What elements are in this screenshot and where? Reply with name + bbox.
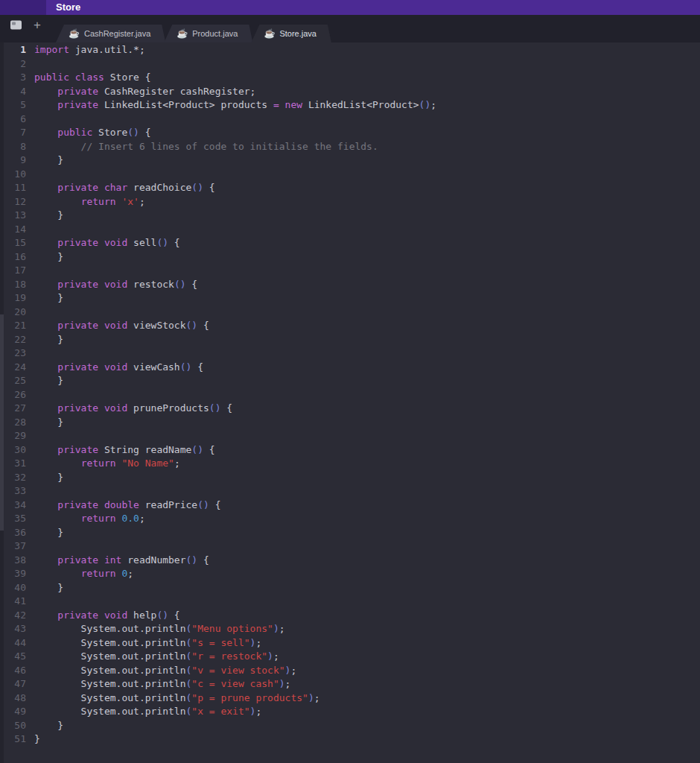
code-text: } [34, 374, 63, 388]
code-line[interactable]: 42 private void help() { [0, 609, 700, 623]
code-line[interactable]: 48 System.out.println("p = prune product… [0, 691, 700, 706]
window-icon[interactable] [10, 20, 22, 29]
code-line[interactable]: 33 [0, 484, 700, 498]
code-text: private char readChoice() { [34, 181, 215, 195]
code-line[interactable]: 20 [0, 305, 700, 320]
code-line[interactable]: 9 } [0, 153, 700, 168]
code-line[interactable]: 16 } [0, 250, 700, 265]
code-line[interactable]: 32 } [0, 471, 700, 485]
code-line[interactable]: 31 return "No Name"; [0, 457, 700, 471]
line-number: 22 [0, 333, 34, 347]
line-number: 33 [0, 484, 34, 498]
line-number: 37 [0, 539, 34, 554]
line-number: 1 [0, 43, 34, 57]
code-line[interactable]: 22 } [0, 333, 700, 347]
line-number: 6 [0, 113, 34, 127]
line-number: 24 [0, 361, 34, 375]
line-number: 21 [0, 319, 34, 333]
code-line[interactable]: 18 private void restock() { [0, 278, 700, 292]
code-line[interactable]: 10 [0, 168, 700, 182]
code-line[interactable]: 39 return 0; [0, 567, 700, 581]
code-line[interactable]: 29 [0, 429, 700, 443]
code-line[interactable]: 50 } [0, 719, 700, 733]
code-line[interactable]: 43 System.out.println("Menu options"); [0, 622, 700, 636]
line-number: 19 [0, 291, 34, 305]
code-line[interactable]: 40 } [0, 581, 700, 595]
code-text: } [34, 291, 63, 305]
code-line[interactable]: 35 return 0.0; [0, 512, 700, 526]
line-number: 13 [0, 209, 34, 223]
code-line[interactable]: 44 System.out.println("s = sell"); [0, 636, 700, 650]
code-line[interactable]: 15 private void sell() { [0, 236, 700, 250]
line-number: 14 [0, 223, 34, 237]
code-text: private int readNumber() { [34, 554, 209, 568]
tab-cashregister-java[interactable]: ☕ CashRegister.java [56, 25, 165, 42]
title-bar: Store [0, 0, 700, 15]
code-line[interactable]: 2 [0, 57, 700, 72]
code-line[interactable]: 8 // Insert 6 lines of code to initialis… [0, 140, 700, 154]
line-number: 44 [0, 636, 34, 650]
code-text: System.out.println("v = view stock"); [34, 664, 296, 678]
code-line[interactable]: 30 private String readName() { [0, 443, 700, 458]
tab-product-java[interactable]: ☕ Product.java [164, 25, 252, 42]
code-line[interactable]: 45 System.out.println("r = restock"); [0, 650, 700, 664]
line-number: 10 [0, 168, 34, 182]
code-text: System.out.println("r = restock"); [34, 650, 279, 664]
line-number: 26 [0, 388, 34, 402]
code-line[interactable]: 25 } [0, 374, 700, 388]
code-line[interactable]: 49 System.out.println("x = exit"); [0, 705, 700, 719]
code-line[interactable]: 7 public Store() { [0, 126, 700, 140]
code-line[interactable]: 28 } [0, 416, 700, 430]
code-line[interactable]: 14 [0, 223, 700, 237]
code-text: private void help() { [34, 609, 180, 623]
code-editor[interactable]: 1import java.util.*;23public class Store… [0, 42, 700, 763]
code-line[interactable]: 19 } [0, 291, 700, 305]
code-line[interactable]: 27 private void pruneProducts() { [0, 402, 700, 416]
code-line[interactable]: 12 return 'x'; [0, 195, 700, 209]
left-scrollbar-thumb[interactable] [0, 314, 4, 531]
code-text: } [34, 471, 63, 485]
line-number: 16 [0, 250, 34, 265]
code-line[interactable]: 47 System.out.println("c = view cash"); [0, 677, 700, 691]
code-line[interactable]: 36 } [0, 526, 700, 540]
code-line[interactable]: 23 [0, 346, 700, 361]
line-number: 30 [0, 443, 34, 458]
code-text: private void viewCash() { [34, 361, 203, 375]
code-line[interactable]: 17 [0, 264, 700, 278]
code-line[interactable]: 3public class Store { [0, 71, 700, 85]
line-number: 23 [0, 346, 34, 361]
line-number: 15 [0, 236, 34, 250]
code-line[interactable]: 11 private char readChoice() { [0, 181, 700, 195]
code-line[interactable]: 6 [0, 113, 700, 127]
tab-label: CashRegister.java [84, 29, 150, 38]
code-line[interactable]: 38 private int readNumber() { [0, 554, 700, 568]
new-tab-button[interactable]: + [34, 19, 41, 31]
line-number: 18 [0, 278, 34, 292]
code-line[interactable]: 51} [0, 732, 700, 747]
line-number: 17 [0, 264, 34, 278]
code-line[interactable]: 5 private LinkedList<Product> products =… [0, 98, 700, 113]
code-line[interactable]: 24 private void viewCash() { [0, 361, 700, 375]
code-text: private void pruneProducts() { [34, 402, 232, 416]
code-text: } [34, 526, 63, 540]
app-title: Store [56, 1, 80, 13]
code-text: public Store() { [34, 126, 151, 140]
code-line[interactable]: 34 private double readPrice() { [0, 498, 700, 513]
line-number: 32 [0, 471, 34, 485]
code-line[interactable]: 41 [0, 595, 700, 609]
tab-store-java[interactable]: ☕ Store.java [251, 25, 331, 42]
line-number: 25 [0, 374, 34, 388]
code-line[interactable]: 46 System.out.println("v = view stock"); [0, 664, 700, 678]
code-line[interactable]: 4 private CashRegister cashRegister; [0, 85, 700, 99]
line-number: 31 [0, 457, 34, 471]
code-line[interactable]: 1import java.util.*; [0, 43, 700, 57]
code-line[interactable]: 13 } [0, 209, 700, 223]
line-number: 8 [0, 140, 34, 154]
line-number: 34 [0, 498, 34, 513]
code-text: } [34, 581, 63, 595]
code-lines: 1import java.util.*;23public class Store… [0, 43, 700, 747]
code-line[interactable]: 26 [0, 388, 700, 402]
code-text: return 0; [34, 567, 133, 581]
code-line[interactable]: 37 [0, 539, 700, 554]
code-line[interactable]: 21 private void viewStock() { [0, 319, 700, 333]
